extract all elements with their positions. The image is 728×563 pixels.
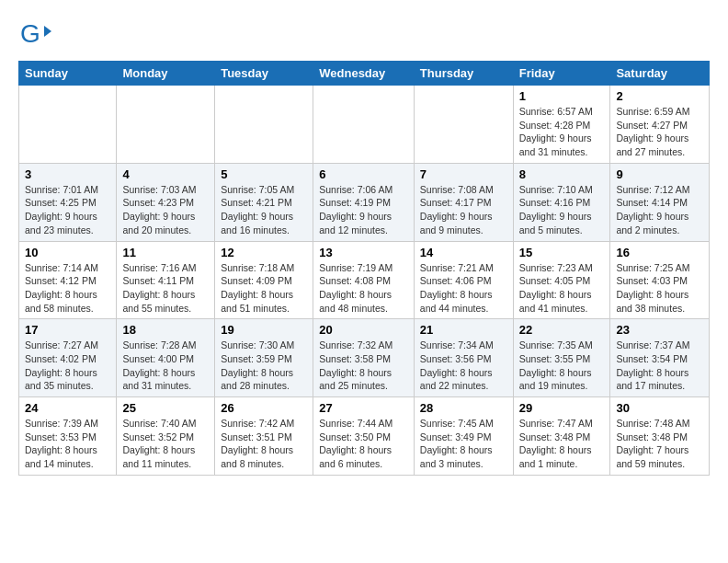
day-number: 18 [122,323,209,337]
day-number: 26 [221,401,307,415]
day-info: Sunrise: 7:30 AM Sunset: 3:59 PM Dayligh… [221,339,307,393]
svg-text:G: G [20,19,40,48]
calendar-cell [117,86,215,164]
day-number: 28 [420,401,507,415]
calendar-cell: 4Sunrise: 7:03 AM Sunset: 4:23 PM Daylig… [117,163,215,241]
day-info: Sunrise: 7:21 AM Sunset: 4:06 PM Dayligh… [420,261,507,316]
day-number: 12 [221,246,307,259]
day-info: Sunrise: 7:34 AM Sunset: 3:56 PM Dayligh… [420,339,507,393]
calendar-cell: 3Sunrise: 7:01 AM Sunset: 4:25 PM Daylig… [19,163,117,241]
calendar-cell: 14Sunrise: 7:21 AM Sunset: 4:06 PM Dayli… [414,241,513,319]
day-info: Sunrise: 7:10 AM Sunset: 4:16 PM Dayligh… [519,183,605,237]
day-info: Sunrise: 7:19 AM Sunset: 4:08 PM Dayligh… [319,261,408,316]
day-number: 20 [319,323,408,337]
day-number: 30 [616,401,703,415]
weekday-header-sunday: Sunday [19,62,117,86]
weekday-header-saturday: Saturday [610,62,710,86]
calendar-cell: 25Sunrise: 7:40 AM Sunset: 3:52 PM Dayli… [117,397,215,476]
day-number: 4 [122,167,209,181]
calendar-cell: 21Sunrise: 7:34 AM Sunset: 3:56 PM Dayli… [414,319,513,397]
calendar-cell [215,86,313,164]
calendar-cell [19,86,117,164]
day-info: Sunrise: 7:23 AM Sunset: 4:05 PM Dayligh… [519,261,605,316]
calendar-cell: 12Sunrise: 7:18 AM Sunset: 4:09 PM Dayli… [215,241,313,319]
day-number: 13 [319,246,408,259]
calendar-cell: 7Sunrise: 7:08 AM Sunset: 4:17 PM Daylig… [414,163,513,241]
day-info: Sunrise: 7:47 AM Sunset: 3:48 PM Dayligh… [519,417,605,471]
day-info: Sunrise: 7:28 AM Sunset: 4:00 PM Dayligh… [122,339,209,393]
day-info: Sunrise: 7:45 AM Sunset: 3:49 PM Dayligh… [420,417,507,471]
calendar-cell: 8Sunrise: 7:10 AM Sunset: 4:16 PM Daylig… [513,163,610,241]
calendar-cell: 17Sunrise: 7:27 AM Sunset: 4:02 PM Dayli… [19,319,117,397]
page-header: G [18,15,710,52]
calendar-week-row: 24Sunrise: 7:39 AM Sunset: 3:53 PM Dayli… [19,397,710,476]
day-info: Sunrise: 7:03 AM Sunset: 4:23 PM Dayligh… [122,183,209,237]
day-number: 15 [519,246,605,259]
day-number: 1 [519,89,605,103]
day-number: 17 [25,323,110,337]
day-number: 29 [519,401,605,415]
calendar-week-row: 1Sunrise: 6:57 AM Sunset: 4:28 PM Daylig… [19,86,710,164]
day-info: Sunrise: 7:05 AM Sunset: 4:21 PM Dayligh… [221,183,307,237]
day-info: Sunrise: 7:42 AM Sunset: 3:51 PM Dayligh… [221,417,307,471]
day-number: 22 [519,323,605,337]
day-info: Sunrise: 7:08 AM Sunset: 4:17 PM Dayligh… [420,183,507,237]
day-info: Sunrise: 7:32 AM Sunset: 3:58 PM Dayligh… [319,339,408,393]
calendar-cell: 11Sunrise: 7:16 AM Sunset: 4:11 PM Dayli… [117,241,215,319]
day-number: 24 [25,401,110,415]
logo: G [18,18,55,52]
calendar-cell: 19Sunrise: 7:30 AM Sunset: 3:59 PM Dayli… [215,319,313,397]
day-info: Sunrise: 7:48 AM Sunset: 3:48 PM Dayligh… [616,417,703,471]
day-number: 11 [122,246,209,259]
calendar-cell [313,86,415,164]
calendar-cell: 24Sunrise: 7:39 AM Sunset: 3:53 PM Dayli… [19,397,117,476]
weekday-header-friday: Friday [513,62,610,86]
calendar-cell: 27Sunrise: 7:44 AM Sunset: 3:50 PM Dayli… [313,397,415,476]
weekday-header-wednesday: Wednesday [313,62,415,86]
weekday-header-tuesday: Tuesday [215,62,313,86]
day-info: Sunrise: 7:39 AM Sunset: 3:53 PM Dayligh… [25,417,110,471]
day-info: Sunrise: 7:27 AM Sunset: 4:02 PM Dayligh… [25,339,110,393]
calendar-cell: 30Sunrise: 7:48 AM Sunset: 3:48 PM Dayli… [610,397,710,476]
calendar-cell: 26Sunrise: 7:42 AM Sunset: 3:51 PM Dayli… [215,397,313,476]
day-info: Sunrise: 7:18 AM Sunset: 4:09 PM Dayligh… [221,261,307,316]
calendar-cell: 20Sunrise: 7:32 AM Sunset: 3:58 PM Dayli… [313,319,415,397]
calendar-cell: 22Sunrise: 7:35 AM Sunset: 3:55 PM Dayli… [513,319,610,397]
day-number: 19 [221,323,307,337]
day-info: Sunrise: 6:59 AM Sunset: 4:27 PM Dayligh… [616,105,703,159]
day-number: 16 [616,246,703,259]
day-info: Sunrise: 7:12 AM Sunset: 4:14 PM Dayligh… [616,183,703,237]
calendar-cell: 2Sunrise: 6:59 AM Sunset: 4:27 PM Daylig… [610,86,710,164]
svg-marker-1 [44,26,51,37]
day-number: 2 [616,89,703,103]
day-number: 10 [25,246,110,259]
calendar-week-row: 3Sunrise: 7:01 AM Sunset: 4:25 PM Daylig… [19,163,710,241]
day-info: Sunrise: 6:57 AM Sunset: 4:28 PM Dayligh… [519,105,605,159]
day-number: 8 [519,167,605,181]
day-info: Sunrise: 7:35 AM Sunset: 3:55 PM Dayligh… [519,339,605,393]
calendar-cell: 5Sunrise: 7:05 AM Sunset: 4:21 PM Daylig… [215,163,313,241]
calendar-cell: 15Sunrise: 7:23 AM Sunset: 4:05 PM Dayli… [513,241,610,319]
day-info: Sunrise: 7:44 AM Sunset: 3:50 PM Dayligh… [319,417,408,471]
day-info: Sunrise: 7:06 AM Sunset: 4:19 PM Dayligh… [319,183,408,237]
day-number: 27 [319,401,408,415]
day-info: Sunrise: 7:37 AM Sunset: 3:54 PM Dayligh… [616,339,703,393]
day-number: 14 [420,246,507,259]
calendar-cell: 6Sunrise: 7:06 AM Sunset: 4:19 PM Daylig… [313,163,415,241]
calendar-week-row: 10Sunrise: 7:14 AM Sunset: 4:12 PM Dayli… [19,241,710,319]
calendar-table: SundayMondayTuesdayWednesdayThursdayFrid… [18,61,710,476]
day-info: Sunrise: 7:14 AM Sunset: 4:12 PM Dayligh… [25,261,110,316]
logo-icon: G [18,18,51,52]
weekday-header-monday: Monday [117,62,215,86]
calendar-cell: 28Sunrise: 7:45 AM Sunset: 3:49 PM Dayli… [414,397,513,476]
calendar-cell: 13Sunrise: 7:19 AM Sunset: 4:08 PM Dayli… [313,241,415,319]
calendar-cell [414,86,513,164]
calendar-cell: 18Sunrise: 7:28 AM Sunset: 4:00 PM Dayli… [117,319,215,397]
calendar-cell: 10Sunrise: 7:14 AM Sunset: 4:12 PM Dayli… [19,241,117,319]
day-info: Sunrise: 7:01 AM Sunset: 4:25 PM Dayligh… [25,183,110,237]
day-number: 21 [420,323,507,337]
calendar-cell: 23Sunrise: 7:37 AM Sunset: 3:54 PM Dayli… [610,319,710,397]
calendar-week-row: 17Sunrise: 7:27 AM Sunset: 4:02 PM Dayli… [19,319,710,397]
weekday-header-thursday: Thursday [414,62,513,86]
day-number: 25 [122,401,209,415]
